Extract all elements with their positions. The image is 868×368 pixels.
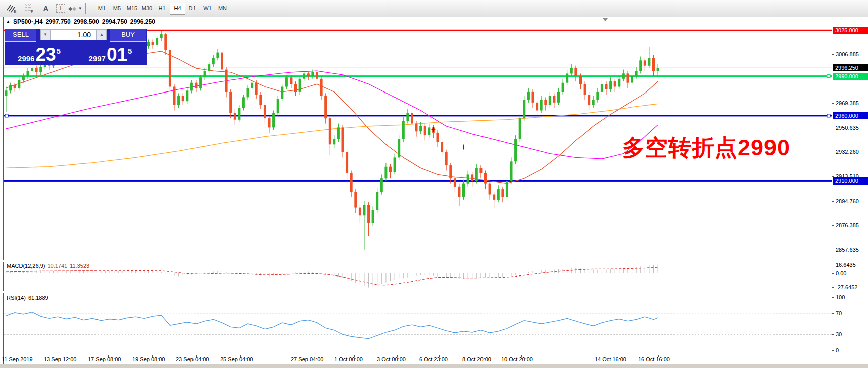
candle-body [549,96,551,105]
sell-button[interactable]: SELL [5,29,36,42]
timeframe-button-h1[interactable]: H1 [155,3,169,14]
volume-input[interactable] [50,29,97,40]
candle-body [402,121,405,139]
buy-button[interactable]: BUY [110,29,146,42]
volume-increase-button[interactable]: ▲ [97,29,107,40]
rsi-label: RSI(14)61.1889 [7,295,51,301]
candle-body [186,90,188,101]
candle-body [303,73,305,78]
price-axis-label: 2876.385 [836,222,859,229]
rsi-value: 61.1889 [28,295,48,301]
rsi-axis-label: 30 [836,331,842,338]
candle-body [527,92,530,100]
rsi-name: RSI(14) [7,295,26,301]
trade-panel-divider [73,42,73,64]
timeframe-button-d1[interactable]: D1 [185,3,200,14]
candle-body [652,58,655,71]
candle-body [294,84,297,92]
candle-body [384,167,387,179]
price-axis-label: 2857.635 [836,246,859,253]
grid-icon[interactable]: F [21,2,36,15]
candle-body [272,113,275,128]
svg-text:F: F [31,9,33,13]
hline-handle[interactable] [5,114,8,117]
sell-price-small: 2996 [18,54,34,63]
candle-body [367,205,370,223]
rsi-axis-tick [832,350,834,351]
timeframe-button-mn[interactable]: MN [215,3,230,14]
timeframe-button-m30[interactable]: M30 [140,3,154,14]
candle-body [208,64,210,71]
indicators-icon[interactable]: E [4,2,19,15]
candle-body [333,139,335,144]
candle-body [9,85,12,90]
time-axis-label: 14 Oct 16:00 [595,356,626,362]
rsi-pane[interactable] [4,293,832,354]
hline-2990[interactable] [4,75,832,77]
volume-decrease-button[interactable]: ▼ [40,29,50,40]
price-axis-tick [832,176,834,177]
moving-average-slow [6,104,658,168]
rsi-axis-label: 100 [836,294,845,301]
price-axis-label: 2969.385 [836,100,859,107]
collapse-arrow-icon[interactable]: ▲ [6,19,10,24]
sell-price-sup: 5 [57,47,61,55]
candle-body [415,124,418,132]
candle-body [437,133,439,142]
candle-body [406,113,409,121]
timeframe-button-w1[interactable]: W1 [200,3,215,14]
candle-body [614,81,616,86]
timeframe-button-h4[interactable]: H4 [170,3,185,15]
rsi-axis-tick [832,297,834,298]
candle-body [247,88,249,97]
candle-body [592,100,595,105]
candle-body [635,71,638,76]
price-axis-tick [832,128,834,128]
price-axis-border [832,21,832,355]
price-axis-tick [832,201,834,202]
svg-text:E: E [14,9,16,13]
hline-handle[interactable] [827,75,830,78]
chart-text-annotation: 多空转折点2990 [622,135,790,161]
candle-body [519,118,521,139]
candle-body [454,178,456,187]
candle-body [182,96,184,101]
time-axis-label: 8 Oct 20:00 [462,356,491,362]
candle-body [18,80,20,88]
hline-handle[interactable] [827,114,830,117]
timeframe-button-m5[interactable]: M5 [110,3,124,14]
candle-body [346,152,348,173]
price-axis-badge-blue: 2960.000 [833,112,868,119]
candle-body [540,100,543,111]
candle-body [5,90,8,96]
macd-label: MACD(12,26,9)10.174111.3523 [7,263,92,269]
macd-pane[interactable] [4,262,832,290]
candle-body [299,79,301,92]
candle-body [566,73,568,82]
sell-price[interactable]: 2996 23 5 [6,42,72,64]
candle-body [229,92,232,113]
hline-2996.25[interactable] [4,68,832,68]
candle-body [588,95,590,105]
timeframe-button-m15[interactable]: M15 [125,3,139,14]
price-axis-badge-black: 2996.250 [833,64,868,71]
ohlc-high: 2998.500 [74,18,99,25]
candle-body [596,92,599,100]
candle-body [329,118,331,144]
candle-body [570,68,573,73]
candle-body [424,126,426,135]
timeframe-button-m1[interactable]: M1 [94,3,109,14]
price-axis-tick [832,225,834,226]
candle-body [389,167,392,172]
cross-marker-icon [431,127,435,132]
text-icon[interactable]: A [38,2,53,15]
chart-title: ▲SP500-,H42997.7502998.5002994.7502996.2… [6,18,158,25]
candle-body [324,96,327,118]
rsi-line [6,312,658,339]
hline-2910[interactable] [4,180,832,182]
candle-body [285,77,288,86]
objects-icon[interactable]: ◆◆▼ [66,2,84,15]
buy-price[interactable]: 2997 01 5 [74,42,146,64]
hline-2960[interactable] [4,115,832,116]
candle-body [428,127,430,135]
